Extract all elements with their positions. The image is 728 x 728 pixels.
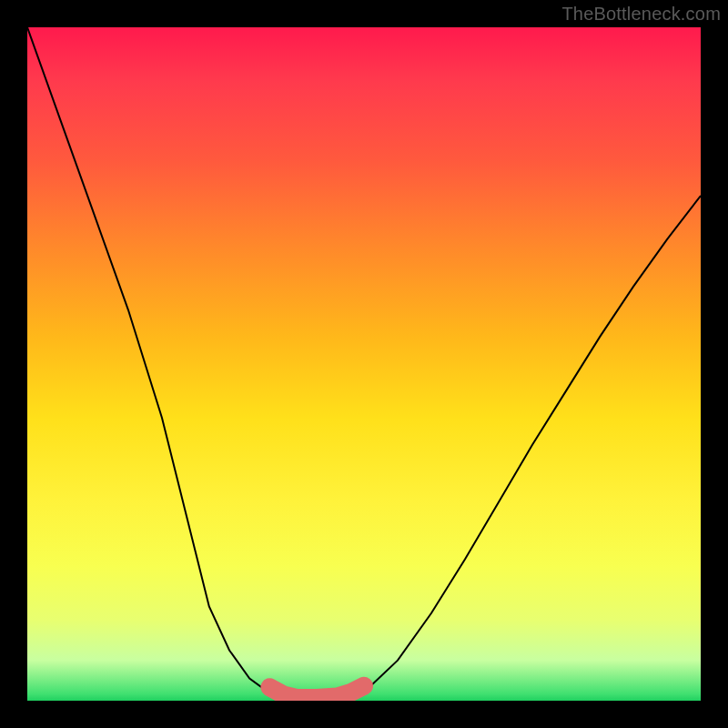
- plot-area: [27, 27, 701, 701]
- series-group: [27, 27, 701, 701]
- curve-right-curve: [337, 196, 701, 701]
- curve-left-curve: [27, 27, 297, 701]
- chart-frame: TheBottleneck.com: [0, 0, 728, 728]
- highlight-curve: [269, 686, 364, 698]
- attribution-label: TheBottleneck.com: [561, 4, 721, 25]
- chart-svg: [27, 27, 701, 701]
